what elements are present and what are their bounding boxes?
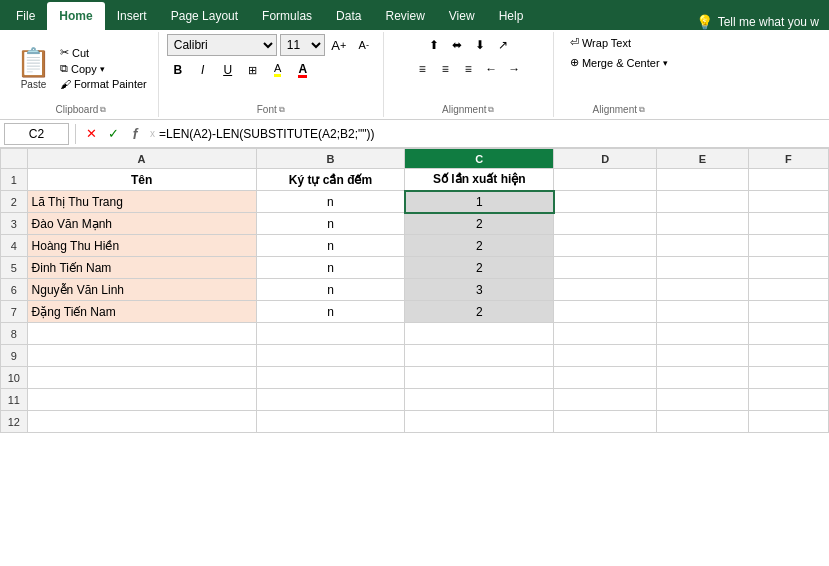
cell-A8[interactable] [27, 323, 256, 345]
cell-E1[interactable] [657, 169, 749, 191]
cell-E4[interactable] [657, 235, 749, 257]
fill-color-button[interactable]: A [267, 59, 289, 81]
search-bar[interactable]: 💡 Tell me what you w [686, 14, 829, 30]
cell-D10[interactable] [554, 367, 657, 389]
font-size-select[interactable]: 11 [280, 34, 325, 56]
top-align-btn[interactable]: ⬆ [423, 34, 445, 56]
cell-C2[interactable]: 1 [405, 191, 554, 213]
cell-A1[interactable]: Tên [27, 169, 256, 191]
cell-B7[interactable]: n [256, 301, 405, 323]
cell-D2[interactable] [554, 191, 657, 213]
borders-button[interactable]: ⊞ [242, 59, 264, 81]
cell-F3[interactable] [748, 213, 828, 235]
cell-E6[interactable] [657, 279, 749, 301]
cell-F2[interactable] [748, 191, 828, 213]
cut-button[interactable]: ✂ Cut [57, 45, 150, 60]
cell-D5[interactable] [554, 257, 657, 279]
cell-F4[interactable] [748, 235, 828, 257]
italic-button[interactable]: I [192, 59, 214, 81]
formula-input[interactable] [159, 127, 825, 141]
merge-center-button[interactable]: ⊕ Merge & Center ▾ [565, 54, 673, 71]
tab-help[interactable]: Help [487, 2, 536, 30]
tab-page-layout[interactable]: Page Layout [159, 2, 250, 30]
paste-button[interactable]: 📋 Paste [12, 44, 55, 92]
cell-B11[interactable] [256, 389, 405, 411]
wrap-expand-icon[interactable]: ⧉ [639, 105, 645, 115]
cell-F10[interactable] [748, 367, 828, 389]
confirm-formula-icon[interactable]: ✓ [104, 126, 122, 141]
cell-A12[interactable] [27, 411, 256, 433]
cell-C11[interactable] [405, 389, 554, 411]
tab-view[interactable]: View [437, 2, 487, 30]
cell-reference-box[interactable] [4, 123, 69, 145]
cell-F8[interactable] [748, 323, 828, 345]
cell-A5[interactable]: Đinh Tiến Nam [27, 257, 256, 279]
cell-C1[interactable]: Số lần xuất hiện [405, 169, 554, 191]
center-align-btn[interactable]: ≡ [434, 58, 456, 80]
col-header-a[interactable]: A [27, 149, 256, 169]
cell-E3[interactable] [657, 213, 749, 235]
cell-E9[interactable] [657, 345, 749, 367]
cell-D9[interactable] [554, 345, 657, 367]
cell-E2[interactable] [657, 191, 749, 213]
increase-font-btn[interactable]: A+ [328, 34, 350, 56]
cell-E12[interactable] [657, 411, 749, 433]
cell-C4[interactable]: 2 [405, 235, 554, 257]
cell-B5[interactable]: n [256, 257, 405, 279]
underline-button[interactable]: U [217, 59, 239, 81]
cell-F1[interactable] [748, 169, 828, 191]
decrease-indent-btn[interactable]: ← [480, 58, 502, 80]
cell-C5[interactable]: 2 [405, 257, 554, 279]
cell-C3[interactable]: 2 [405, 213, 554, 235]
cell-D3[interactable] [554, 213, 657, 235]
cell-E5[interactable] [657, 257, 749, 279]
cell-D6[interactable] [554, 279, 657, 301]
cell-D12[interactable] [554, 411, 657, 433]
cell-D7[interactable] [554, 301, 657, 323]
tab-formulas[interactable]: Formulas [250, 2, 324, 30]
cell-F7[interactable] [748, 301, 828, 323]
col-header-c[interactable]: C [405, 149, 554, 169]
left-align-btn[interactable]: ≡ [411, 58, 433, 80]
cell-B8[interactable] [256, 323, 405, 345]
clipboard-expand-icon[interactable]: ⧉ [100, 105, 106, 115]
cell-B4[interactable]: n [256, 235, 405, 257]
insert-function-icon[interactable]: f [126, 126, 144, 142]
cell-E10[interactable] [657, 367, 749, 389]
col-header-d[interactable]: D [554, 149, 657, 169]
cell-D4[interactable] [554, 235, 657, 257]
font-color-button[interactable]: A [292, 59, 314, 81]
cell-B9[interactable] [256, 345, 405, 367]
cell-B2[interactable]: n [256, 191, 405, 213]
tab-home[interactable]: Home [47, 2, 104, 30]
copy-button[interactable]: ⧉ Copy ▾ [57, 61, 150, 76]
cell-B3[interactable]: n [256, 213, 405, 235]
cell-C8[interactable] [405, 323, 554, 345]
col-header-e[interactable]: E [657, 149, 749, 169]
cell-E8[interactable] [657, 323, 749, 345]
cell-B12[interactable] [256, 411, 405, 433]
col-header-b[interactable]: B [256, 149, 405, 169]
cell-A6[interactable]: Nguyễn Văn Linh [27, 279, 256, 301]
cell-F11[interactable] [748, 389, 828, 411]
wrap-text-button[interactable]: ⏎ Wrap Text [565, 34, 673, 51]
cell-C9[interactable] [405, 345, 554, 367]
bottom-align-btn[interactable]: ⬇ [469, 34, 491, 56]
cell-B1[interactable]: Ký tự cần đếm [256, 169, 405, 191]
cell-A3[interactable]: Đào Văn Mạnh [27, 213, 256, 235]
cell-D8[interactable] [554, 323, 657, 345]
alignment-expand-icon[interactable]: ⧉ [488, 105, 494, 115]
font-name-select[interactable]: Calibri [167, 34, 277, 56]
cell-D1[interactable] [554, 169, 657, 191]
cell-E11[interactable] [657, 389, 749, 411]
middle-align-btn[interactable]: ⬌ [446, 34, 468, 56]
cell-C6[interactable]: 3 [405, 279, 554, 301]
cell-A11[interactable] [27, 389, 256, 411]
col-header-f[interactable]: F [748, 149, 828, 169]
cell-F12[interactable] [748, 411, 828, 433]
cell-A4[interactable]: Hoàng Thu Hiền [27, 235, 256, 257]
cancel-formula-icon[interactable]: ✕ [82, 126, 100, 141]
cell-C7[interactable]: 2 [405, 301, 554, 323]
cell-C12[interactable] [405, 411, 554, 433]
cell-A10[interactable] [27, 367, 256, 389]
